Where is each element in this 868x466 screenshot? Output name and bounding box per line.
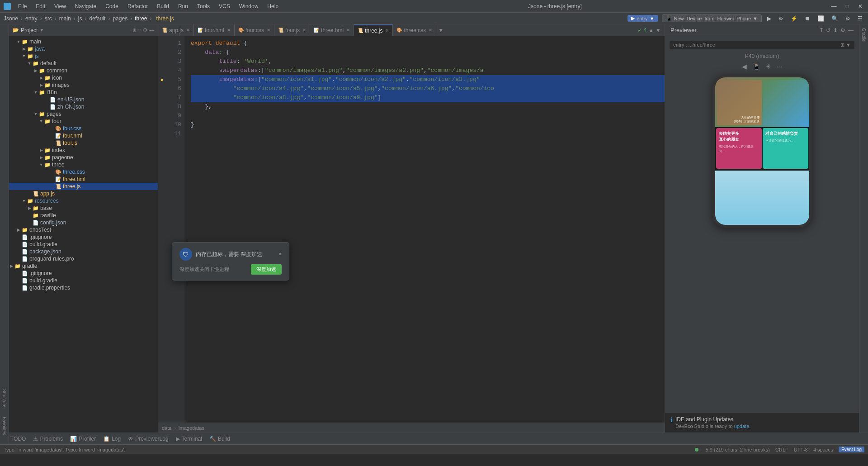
- tree-item-gradle-props[interactable]: 📄 gradle.properties: [9, 284, 158, 291]
- deep-accelerate-button[interactable]: 深度加速: [251, 264, 282, 275]
- tree-item-main[interactable]: ▼ 📁 main: [9, 38, 158, 45]
- code-area[interactable]: export default { data: { title: 'World',…: [185, 36, 665, 423]
- brightness-btn[interactable]: ☀: [765, 63, 771, 70]
- menu-code[interactable]: Code: [104, 2, 120, 10]
- event-log-button[interactable]: Event Log: [839, 447, 864, 452]
- tree-item-en-US[interactable]: 📄 en-US.json: [9, 96, 158, 103]
- tab-close-three-css[interactable]: ✕: [429, 28, 432, 33]
- panel-locate-btn[interactable]: ⊕: [132, 27, 137, 33]
- more-button[interactable]: ☰: [856, 14, 864, 23]
- tab-three-hml[interactable]: 📝 three.hml ✕: [310, 24, 354, 36]
- error-up-arrow[interactable]: ▲: [648, 27, 654, 33]
- menu-vcs[interactable]: VCS: [217, 2, 232, 10]
- sync-button[interactable]: ⬜: [816, 14, 826, 23]
- bc-jsone[interactable]: Jsone: [4, 15, 18, 22]
- tree-item-three-hml[interactable]: 📝 three.hml: [9, 176, 158, 183]
- tree-item-images[interactable]: ▶ 📁 images: [9, 81, 158, 89]
- profile-button[interactable]: ⚡: [789, 14, 799, 23]
- bc-js[interactable]: js: [78, 15, 82, 22]
- panel-settings-btn[interactable]: ⚙: [143, 27, 147, 33]
- tab-four-hml[interactable]: 📝 four.hml ✕: [194, 24, 235, 36]
- error-down-arrow[interactable]: ▼: [656, 27, 661, 33]
- gear-button[interactable]: ⚙: [844, 14, 852, 23]
- tree-item-three-js[interactable]: 📜 three.js: [9, 183, 158, 190]
- tree-item-four[interactable]: ▼ 📁 four: [9, 118, 158, 125]
- phone-portrait-btn[interactable]: 📱: [752, 63, 760, 70]
- tree-item-ohosTest[interactable]: ▶ 📁 ohosTest: [9, 226, 158, 233]
- tree-item-config-json[interactable]: 📄 config.json: [9, 219, 158, 226]
- menu-edit[interactable]: Edit: [34, 2, 47, 10]
- bc-file[interactable]: three.js: [156, 15, 174, 22]
- toolbar-log[interactable]: 📋 Log: [103, 436, 121, 442]
- minimize-button[interactable]: —: [830, 2, 839, 10]
- tree-item-icon[interactable]: ▶ 📁 icon: [9, 74, 158, 81]
- tree-item-index[interactable]: ▶ 📁 index: [9, 147, 158, 154]
- panel-collapse-btn[interactable]: ≡: [138, 27, 141, 33]
- tree-item-pageone[interactable]: ▶ 📁 pageone: [9, 154, 158, 161]
- tree-item-pages[interactable]: ▼ 📁 pages: [9, 110, 158, 118]
- tree-item-build-gradle2[interactable]: 📄 build.gradle: [9, 277, 158, 284]
- menu-view[interactable]: View: [52, 2, 68, 10]
- tab-app-js[interactable]: 📜 app.js ✕: [158, 24, 194, 36]
- panel-close-btn[interactable]: —: [149, 27, 154, 33]
- toolbar-build[interactable]: 🔨 Build: [209, 436, 230, 442]
- tab-four-js[interactable]: 📜 four.js ✕: [274, 24, 310, 36]
- tree-item-app-js[interactable]: 📜 app.js: [9, 190, 158, 197]
- tab-close-four-js[interactable]: ✕: [302, 28, 306, 33]
- preview-refresh-btn[interactable]: ↺: [826, 27, 830, 33]
- maximize-button[interactable]: □: [844, 2, 851, 10]
- tab-three-js[interactable]: 📜 three.js ✕: [354, 24, 393, 36]
- preview-settings-btn[interactable]: ⚙: [840, 27, 845, 33]
- tree-item-i18n[interactable]: ▼ 📁 i18n: [9, 89, 158, 96]
- menu-build[interactable]: Build: [155, 2, 171, 10]
- stop-button[interactable]: ⏹: [803, 14, 812, 23]
- menu-tools[interactable]: Tools: [195, 2, 212, 10]
- update-link[interactable]: update: [734, 423, 750, 429]
- preview-text-btn[interactable]: T: [820, 27, 823, 33]
- bc-pages[interactable]: pages: [113, 15, 127, 22]
- panel-dropdown[interactable]: ▼: [39, 28, 44, 33]
- tree-item-gradle[interactable]: ▶ 📁 gradle: [9, 262, 158, 270]
- tree-item-js[interactable]: ▼ 📁 js: [9, 52, 158, 60]
- tree-item-proguard[interactable]: 📄 proguard-rules.pro: [9, 255, 158, 262]
- tab-three-css[interactable]: 🎨 three.css ✕: [393, 24, 436, 36]
- tabs-overflow[interactable]: ▼: [438, 27, 443, 33]
- device-config-button[interactable]: 📱 New_Device_from_Huawei_Phone ▼: [662, 14, 762, 22]
- preview-minimize-btn[interactable]: —: [848, 27, 854, 33]
- tree-item-gitignore2[interactable]: 📄 .gitignore: [9, 270, 158, 277]
- bc-default[interactable]: default: [89, 15, 105, 22]
- tab-close-three-hml[interactable]: ✕: [346, 28, 350, 33]
- menu-window[interactable]: Window: [237, 2, 260, 10]
- tree-item-default[interactable]: ▼ 📁 default: [9, 60, 158, 67]
- tab-close-app-js[interactable]: ✕: [186, 28, 190, 33]
- tree-item-gitignore[interactable]: 📄 .gitignore: [9, 233, 158, 241]
- bc-three[interactable]: three: [135, 15, 147, 22]
- menu-help[interactable]: Help: [265, 2, 280, 10]
- tree-item-zh-CN[interactable]: 📄 zh-CN.json: [9, 103, 158, 110]
- settings-button[interactable]: ⚙: [777, 14, 785, 23]
- tab-close-three-js[interactable]: ✕: [385, 28, 389, 33]
- run-button[interactable]: ▶: [765, 14, 773, 23]
- search-button[interactable]: 🔍: [830, 14, 840, 23]
- tree-item-four-css[interactable]: 🎨 four.css: [9, 125, 158, 132]
- tab-four-css[interactable]: 🎨 four.css ✕: [235, 24, 274, 36]
- tree-item-base[interactable]: ▶ 📁 base: [9, 204, 158, 212]
- tree-item-package-json[interactable]: 📄 package.json: [9, 248, 158, 255]
- preview-grid-icon[interactable]: ⊞ ▼: [840, 42, 851, 48]
- menu-refactor[interactable]: Refactor: [126, 2, 150, 10]
- tree-item-rawfile[interactable]: 📁 rawfile: [9, 212, 158, 219]
- popup-close-button[interactable]: ×: [278, 251, 282, 257]
- tree-item-common[interactable]: ▶ 📁 common: [9, 67, 158, 74]
- tree-item-three-css[interactable]: 🎨 three.css: [9, 168, 158, 176]
- tree-item-resources[interactable]: ▼ 📁 resources: [9, 197, 158, 204]
- toolbar-terminal[interactable]: ▶ Terminal: [176, 436, 202, 442]
- run-config-button[interactable]: ▶ entry ▼: [627, 15, 658, 22]
- bc-main[interactable]: main: [59, 15, 71, 22]
- toolbar-previewerlog[interactable]: 👁 PreviewerLog: [128, 436, 168, 442]
- tab-close-four-css[interactable]: ✕: [267, 28, 270, 33]
- gradle-label[interactable]: Gradle: [860, 24, 867, 45]
- tab-close-four-hml[interactable]: ✕: [227, 28, 231, 33]
- menu-run[interactable]: Run: [176, 2, 190, 10]
- tree-item-four-js[interactable]: 📜 four.js: [9, 139, 158, 147]
- tree-item-three[interactable]: ▼ 📁 three: [9, 161, 158, 168]
